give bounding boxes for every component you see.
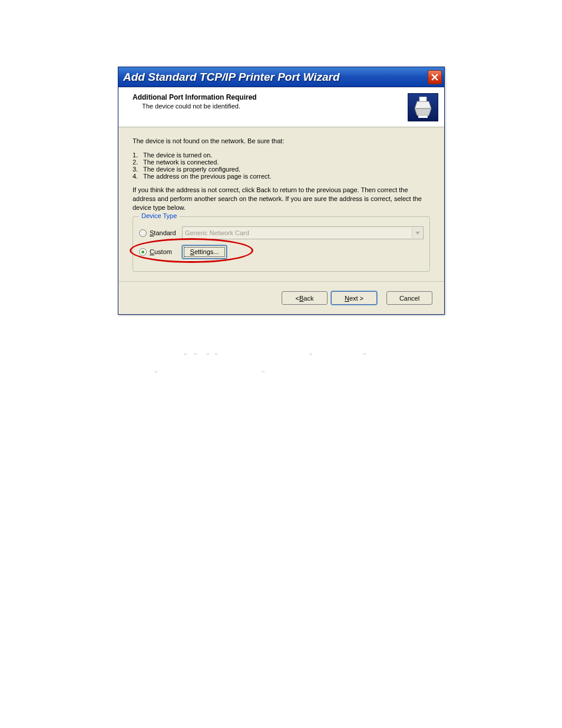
wizard-header: Additional Port Information Required The… [118, 87, 444, 127]
combo-value: Generic Network Card [185, 229, 249, 236]
stray-text: ” [363, 351, 366, 360]
next-button[interactable]: Next > [331, 291, 377, 305]
standard-label[interactable]: Standard [150, 229, 182, 236]
custom-label[interactable]: Custom [150, 248, 182, 255]
back-button[interactable]: < Back [282, 291, 328, 305]
stray-text: “ [154, 369, 157, 378]
standard-option-row: Standard Generic Network Card [139, 225, 424, 241]
header-subtitle: The device could not be identified. [133, 103, 436, 110]
chevron-down-icon [412, 228, 422, 238]
stray-text: ” [262, 369, 265, 378]
window-title: Add Standard TCP/IP Printer Port Wizard [123, 67, 428, 87]
wizard-dialog: Add Standard TCP/IP Printer Port Wizard … [118, 67, 445, 315]
group-legend: Device Type [139, 212, 179, 219]
close-icon [431, 74, 438, 81]
settings-button[interactable]: Settings... [182, 245, 227, 259]
close-button[interactable] [428, 70, 442, 84]
stray-text: “ [309, 351, 312, 360]
stray-text: “ ” ” “ [184, 351, 217, 360]
wizard-content: The device is not found on the network. … [118, 127, 444, 281]
header-title: Additional Port Information Required [133, 93, 436, 101]
paragraph-text: If you think the address is not correct,… [133, 186, 430, 212]
standard-combo: Generic Network Card [182, 226, 424, 239]
wizard-footer: < Back Next > Cancel [118, 281, 444, 314]
cancel-button[interactable]: Cancel [386, 291, 432, 305]
custom-radio[interactable] [139, 248, 147, 256]
list-item: 1.The device is turned on. [133, 151, 430, 159]
device-type-group: Device Type Standard Generic Network Car… [133, 216, 430, 272]
intro-text: The device is not found on the network. … [133, 137, 430, 146]
list-item: 2.The network is connected. [133, 159, 430, 166]
titlebar: Add Standard TCP/IP Printer Port Wizard [118, 67, 444, 87]
checklist: 1.The device is turned on. 2.The network… [133, 151, 430, 180]
standard-radio[interactable] [139, 229, 147, 237]
printer-icon [408, 93, 438, 121]
custom-option-row: Custom Settings... [139, 244, 424, 259]
list-item: 4.The address on the previous page is co… [133, 173, 430, 180]
list-item: 3.The device is properly configured. [133, 166, 430, 173]
